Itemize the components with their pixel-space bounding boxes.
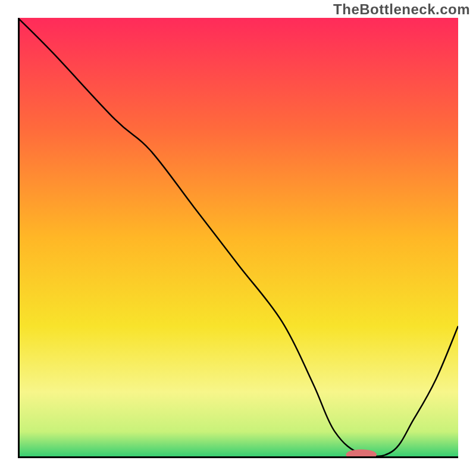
plot-area [18,18,458,458]
plot-svg [18,18,458,458]
chart-container: TheBottleneck.com [0,0,476,476]
watermark-text: TheBottleneck.com [333,1,470,18]
gradient-background [18,18,458,458]
